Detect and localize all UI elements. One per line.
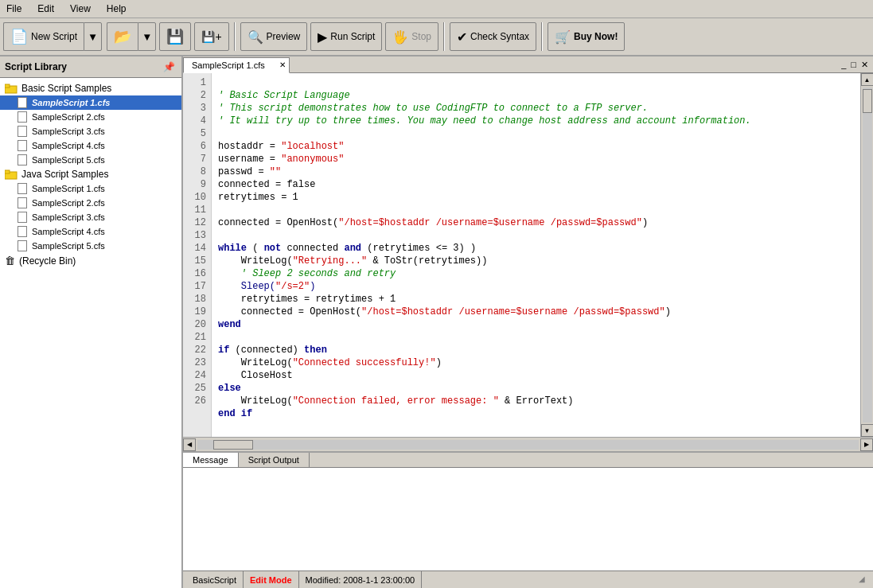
java-script-2[interactable]: SampleScript 2.cfs [0, 196, 181, 210]
output-tab-message[interactable]: Message [183, 453, 239, 467]
basic-script-2[interactable]: SampleScript 2.cfs [0, 110, 181, 124]
folder-open-icon [5, 83, 18, 94]
open-arrow[interactable]: ▼ [138, 22, 156, 51]
hscroll-left-button[interactable]: ◀ [183, 438, 196, 451]
library-header: Script Library 📌 [0, 56, 181, 78]
library-header-actions: 📌 [162, 60, 177, 74]
library-title: Script Library [5, 61, 67, 72]
java-script-5[interactable]: SampleScript 5.cfs [0, 239, 181, 253]
save-button[interactable]: 💾 [159, 22, 191, 51]
tab-minimize-btn[interactable]: _ [840, 58, 848, 71]
dropdown-arrow-icon: ▼ [88, 31, 98, 43]
stop-button[interactable]: 🖐 Stop [385, 22, 438, 51]
status-bar: BasicScript Edit Mode Modified: 2008-1-1… [183, 570, 873, 588]
run-script-button[interactable]: ▶ Run Script [310, 22, 382, 51]
file-icon-1 [18, 97, 27, 108]
editor-area: SampleScript 1.cfs ✕ _ □ ✕ 12345 678910 … [183, 56, 873, 588]
open-button[interactable]: 📂 [107, 22, 138, 51]
java-folder-label: Java Script Samples [21, 169, 108, 180]
preview-button[interactable]: 🔍 Preview [240, 22, 308, 51]
java-script-4[interactable]: SampleScript 4.cfs [0, 224, 181, 239]
tab-restore-btn[interactable]: □ [849, 58, 858, 71]
check-syntax-icon: ✔ [457, 29, 467, 45]
vscroll-track [863, 88, 872, 423]
preview-icon: 🔍 [247, 29, 263, 45]
editor-tab-bar: SampleScript 1.cfs ✕ _ □ ✕ [183, 56, 873, 73]
java-file-icon-4 [18, 226, 27, 237]
new-script-btn-group: 📄 New Script ▼ [3, 22, 102, 51]
hscroll-thumb[interactable] [213, 440, 253, 450]
menu-view[interactable]: View [67, 2, 94, 16]
java-script-1[interactable]: SampleScript 1.cfs [0, 181, 181, 196]
editor-tab-1[interactable]: SampleScript 1.cfs ✕ [183, 57, 290, 73]
run-icon: ▶ [318, 29, 327, 45]
buy-now-icon: 🛒 [555, 29, 571, 45]
java-file-icon-5 [18, 240, 27, 251]
recycle-bin[interactable]: 🗑 (Recycle Bin) [0, 253, 181, 268]
file-icon-5 [18, 154, 27, 165]
basic-folder-label: Basic Script Samples [21, 83, 111, 94]
new-script-button[interactable]: 📄 New Script [3, 22, 84, 51]
basic-script-3[interactable]: SampleScript 3.cfs [0, 124, 181, 138]
basic-script-4[interactable]: SampleScript 4.cfs [0, 138, 181, 153]
vertical-scrollbar[interactable]: ▲ ▼ [860, 73, 873, 437]
save-all-icon: 💾+ [201, 30, 221, 43]
basic-script-5[interactable]: SampleScript 5.cfs [0, 153, 181, 167]
new-script-icon: 📄 [10, 28, 28, 45]
open-arrow-icon: ▼ [142, 31, 152, 43]
menu-bar: File Edit View Help [0, 0, 873, 18]
basic-script-1[interactable]: SampleScript 1.cfs [0, 95, 181, 110]
vscroll-thumb[interactable] [863, 89, 872, 113]
recycle-bin-icon: 🗑 [5, 255, 15, 267]
status-modified: Modified: 2008-1-1 23:00:00 [299, 571, 423, 588]
file-icon-3 [18, 126, 27, 137]
file-icon-4 [18, 140, 27, 151]
toolbar-separator-2 [443, 22, 445, 51]
tab-close-window-btn[interactable]: ✕ [859, 58, 870, 72]
java-file-icon-2 [18, 197, 27, 208]
basic-folder[interactable]: Basic Script Samples [0, 81, 181, 95]
tab-title: SampleScript 1.cfs [192, 60, 265, 70]
resize-grip[interactable]: ◢ [859, 574, 870, 586]
status-edit-mode: Edit Mode [244, 571, 299, 588]
menu-file[interactable]: File [3, 2, 25, 16]
output-tab-script[interactable]: Script Output [239, 453, 310, 467]
tab-actions: _ □ ✕ [840, 56, 873, 72]
tab-close-btn[interactable]: ✕ [279, 60, 286, 69]
vscroll-up-button[interactable]: ▲ [861, 73, 874, 86]
vscroll-down-button[interactable]: ▼ [861, 424, 874, 437]
save-icon: 💾 [166, 28, 184, 45]
main-layout: Script Library 📌 Basic Script Samples [0, 56, 873, 588]
menu-help[interactable]: Help [103, 2, 130, 16]
recycle-bin-label: (Recycle Bin) [19, 255, 76, 267]
window-frame: File Edit View Help 📄 New Script ▼ 📂 ▼ 💾 [0, 0, 873, 588]
file-icon-2 [18, 111, 27, 123]
java-folder[interactable]: Java Script Samples [0, 167, 181, 181]
code-editor-row: 12345 678910 1112131415 1617181920 21222… [183, 73, 873, 437]
code-editor-wrapper: 12345 678910 1112131415 1617181920 21222… [183, 73, 873, 570]
java-folder-icon [5, 169, 18, 180]
java-file-icon-1 [18, 183, 27, 194]
check-syntax-button[interactable]: ✔ Check Syntax [450, 22, 536, 51]
hscroll-right-button[interactable]: ▶ [860, 438, 873, 451]
open-icon: 📂 [114, 28, 131, 45]
java-file-icon-3 [18, 212, 27, 223]
library-pin-button[interactable]: 📌 [162, 60, 177, 74]
save-all-button[interactable]: 💾+ [194, 22, 228, 51]
toolbar-separator-3 [541, 22, 543, 51]
menu-edit[interactable]: Edit [34, 2, 57, 16]
script-library-panel: Script Library 📌 Basic Script Samples [0, 56, 183, 588]
stop-icon: 🖐 [392, 29, 408, 45]
output-tab-bar: Message Script Output [183, 453, 873, 468]
java-script-3[interactable]: SampleScript 3.cfs [0, 210, 181, 224]
output-content[interactable] [183, 468, 873, 570]
status-language: BasicScript [186, 571, 244, 588]
new-script-arrow[interactable]: ▼ [84, 22, 102, 51]
buy-now-button[interactable]: 🛒 Buy Now! [548, 22, 625, 51]
output-panel: Message Script Output [183, 451, 873, 570]
svg-rect-3 [5, 170, 10, 173]
horizontal-scrollbar[interactable]: ◀ ▶ [183, 437, 873, 451]
open-btn-group: 📂 ▼ [107, 22, 156, 51]
toolbar-separator-1 [234, 22, 236, 51]
code-content[interactable]: ' Basic Script Language ' This script de… [212, 73, 860, 437]
